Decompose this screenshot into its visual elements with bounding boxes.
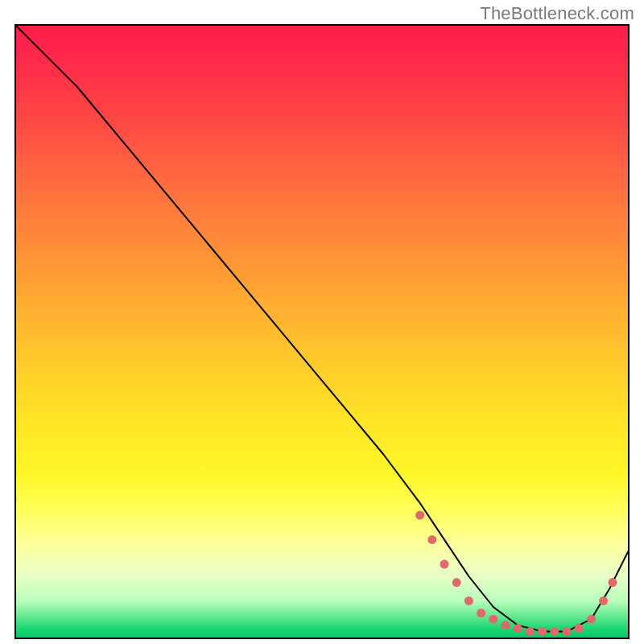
marker-dot <box>563 627 572 636</box>
marker-dot <box>538 627 547 636</box>
marker-dot <box>427 535 436 544</box>
marker-dot <box>599 597 608 605</box>
marker-dot <box>526 627 535 636</box>
marker-dot <box>489 615 497 624</box>
plot-area <box>14 24 630 639</box>
marker-dot <box>502 621 510 630</box>
marker-dot <box>440 559 449 568</box>
marker-dot <box>464 597 473 605</box>
marker-dot <box>587 615 596 624</box>
gradient-background <box>16 26 628 638</box>
marker-dot <box>575 624 584 633</box>
marker-dot <box>550 627 559 636</box>
chart-stage: TheBottleneck.com <box>0 0 644 644</box>
marker-dot <box>415 511 424 520</box>
chart-svg <box>16 26 628 638</box>
marker-dot <box>452 578 461 587</box>
watermark-text: TheBottleneck.com <box>480 3 634 24</box>
marker-dot <box>609 578 617 587</box>
marker-dot <box>514 624 522 633</box>
marker-dot <box>477 609 485 617</box>
